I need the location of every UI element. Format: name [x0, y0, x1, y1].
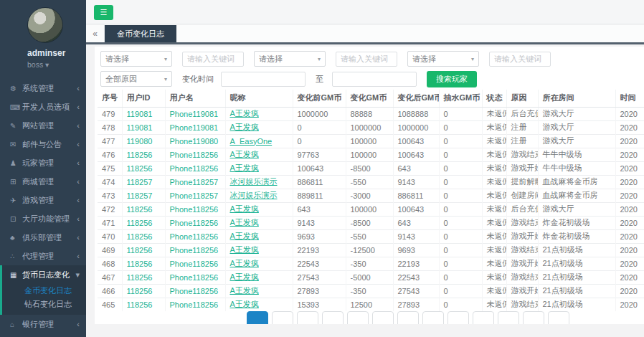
cell-username[interactable]: Phone118256: [165, 257, 225, 270]
sidebar-item-1[interactable]: ⌨开发人员选项‹: [0, 98, 86, 116]
cell-user-id[interactable]: 118256: [122, 257, 165, 270]
cell-nickname[interactable]: A王发疯: [225, 107, 293, 120]
column-header[interactable]: 状态: [482, 90, 506, 107]
cell-nickname[interactable]: 冰河娱乐演示: [225, 189, 293, 202]
cell-username[interactable]: Phone118257: [165, 189, 225, 202]
cell-nickname[interactable]: A王发疯: [225, 229, 293, 243]
cell-user-id[interactable]: 118256: [122, 229, 165, 243]
page-button-9[interactable]: [448, 311, 469, 324]
cell-nickname[interactable]: A王发疯: [225, 202, 293, 216]
cell-nickname[interactable]: A王发疯: [225, 270, 293, 284]
cell-username[interactable]: Phone118257: [165, 175, 225, 189]
time-end-input[interactable]: [332, 72, 417, 87]
cell-user-id[interactable]: 118257: [122, 175, 165, 189]
cell-user-id[interactable]: 119080: [122, 134, 165, 148]
sidebar-item-7[interactable]: ⊡大厅功能管理‹: [0, 209, 86, 228]
cell-user-id[interactable]: 118256: [122, 148, 165, 161]
cell-user-id[interactable]: 118256: [122, 243, 165, 257]
cell-nickname[interactable]: A王发疯: [225, 161, 293, 175]
cell-username[interactable]: Phone119081: [165, 107, 225, 120]
column-header[interactable]: 序号: [98, 90, 122, 107]
cell-user-id[interactable]: 119081: [122, 107, 165, 120]
cell-username[interactable]: Phone118256: [165, 270, 225, 284]
cell-nickname[interactable]: A王发疯: [225, 257, 293, 270]
page-button-6[interactable]: [372, 311, 394, 324]
sidebar-item-6[interactable]: ✈游戏管理‹: [0, 191, 86, 209]
sidebar-item-0[interactable]: ⚙系统管理‹: [0, 79, 86, 98]
hamburger-menu-icon[interactable]: ☰: [94, 5, 113, 20]
cell-nickname[interactable]: A王发疯: [225, 120, 293, 134]
sidebar-item-9[interactable]: ∴代理管理‹: [0, 247, 86, 265]
cell-user-id[interactable]: 118256: [122, 270, 165, 284]
page-button-1[interactable]: [247, 311, 268, 324]
cell-username[interactable]: Phone119080: [165, 134, 225, 148]
cell-username[interactable]: Phone118256: [165, 202, 225, 216]
filter-select-1[interactable]: 请选择 ▾: [100, 51, 172, 67]
cell-username[interactable]: Phone118256: [165, 298, 225, 311]
sidebar-subitem-1[interactable]: 钻石变化日志: [2, 298, 86, 311]
cell-username[interactable]: Phone119081: [165, 120, 225, 134]
sidebar-item-12[interactable]: ↗平台数据统计‹: [0, 333, 86, 337]
sidebar-item-3[interactable]: ✉邮件与公告‹: [0, 135, 86, 153]
cell-user-id[interactable]: 118256: [122, 284, 165, 298]
column-header[interactable]: 所在房间: [538, 90, 615, 107]
avatar[interactable]: [27, 7, 63, 43]
cell-username[interactable]: Phone118256: [165, 216, 225, 229]
page-button-8[interactable]: [422, 311, 444, 324]
column-header[interactable]: 用户ID: [122, 90, 165, 107]
keyword-input-1[interactable]: [182, 52, 244, 67]
sidebar-item-8[interactable]: ♣俱乐部管理‹: [0, 228, 86, 247]
cell-user-id[interactable]: 118256: [122, 298, 165, 311]
cell-nickname[interactable]: A_EasyOne: [225, 134, 293, 148]
sidebar-item-11[interactable]: ⌂银行管理‹: [0, 315, 86, 333]
page-button-13[interactable]: [548, 311, 569, 324]
column-header[interactable]: 用户名: [165, 90, 225, 107]
cell-user-id[interactable]: 118256: [122, 161, 165, 175]
cell-nickname[interactable]: A王发疯: [225, 298, 293, 311]
cell-username[interactable]: Phone118256: [165, 284, 225, 298]
cell-nickname[interactable]: A王发疯: [225, 243, 293, 257]
page-button-10[interactable]: [473, 311, 494, 324]
cell-username[interactable]: Phone118256: [165, 148, 225, 161]
cell-nickname[interactable]: A王发疯: [225, 216, 293, 229]
sidebar-item-10[interactable]: ▦货币日志变化▾: [2, 265, 86, 284]
page-button-2[interactable]: [272, 311, 293, 324]
column-header[interactable]: 昵称: [225, 90, 293, 107]
cell-nickname[interactable]: 冰河娱乐演示: [225, 175, 293, 189]
page-button-7[interactable]: [397, 311, 419, 324]
column-header[interactable]: 变化GM币: [346, 90, 393, 107]
time-start-input[interactable]: [221, 72, 306, 87]
filter-select-3[interactable]: 请选择 ▾: [407, 51, 479, 67]
sidebar-subitem-0[interactable]: 金币变化日志: [2, 284, 86, 298]
sidebar-item-4[interactable]: ♟玩家管理‹: [0, 153, 86, 172]
collapse-tabs-icon[interactable]: «: [86, 25, 105, 42]
sidebar-item-5[interactable]: ⊞商城管理‹: [0, 172, 86, 191]
cell-user-id[interactable]: 118256: [122, 216, 165, 229]
page-button-3[interactable]: [297, 311, 318, 324]
sidebar-item-2[interactable]: ✎网站管理‹: [0, 116, 86, 135]
page-button-11[interactable]: [498, 311, 519, 324]
filter-select-2[interactable]: 请选择 ▾: [254, 51, 326, 67]
cell-username[interactable]: Phone118256: [165, 229, 225, 243]
cell-username[interactable]: Phone118256: [165, 243, 225, 257]
keyword-input-2[interactable]: [336, 52, 397, 67]
cell-username[interactable]: Phone118256: [165, 161, 225, 175]
column-header[interactable]: 抽水GM币: [439, 90, 482, 107]
user-role-dropdown[interactable]: boss ▾: [27, 60, 82, 69]
page-button-12[interactable]: [523, 311, 544, 324]
cell-user-id[interactable]: 118256: [122, 202, 165, 216]
column-header[interactable]: 时间: [615, 90, 644, 107]
page-button-5[interactable]: [347, 311, 369, 324]
search-player-button[interactable]: 搜索玩家: [427, 71, 477, 87]
column-header[interactable]: 变化前GM币: [293, 90, 346, 107]
column-header[interactable]: 变化后GM币: [393, 90, 439, 107]
cell-user-id[interactable]: 119081: [122, 120, 165, 134]
cell-user-id[interactable]: 118257: [122, 189, 165, 202]
page-button-4[interactable]: [322, 311, 344, 324]
keyword-input-3[interactable]: [489, 52, 551, 67]
tab-gold-change-log[interactable]: 金币变化日志: [105, 25, 176, 42]
column-header[interactable]: 原因: [506, 90, 538, 107]
cell-nickname[interactable]: A王发疯: [225, 148, 293, 161]
cell-nickname[interactable]: A王发疯: [225, 284, 293, 298]
reason-select[interactable]: 全部原因 ▾: [100, 71, 172, 87]
